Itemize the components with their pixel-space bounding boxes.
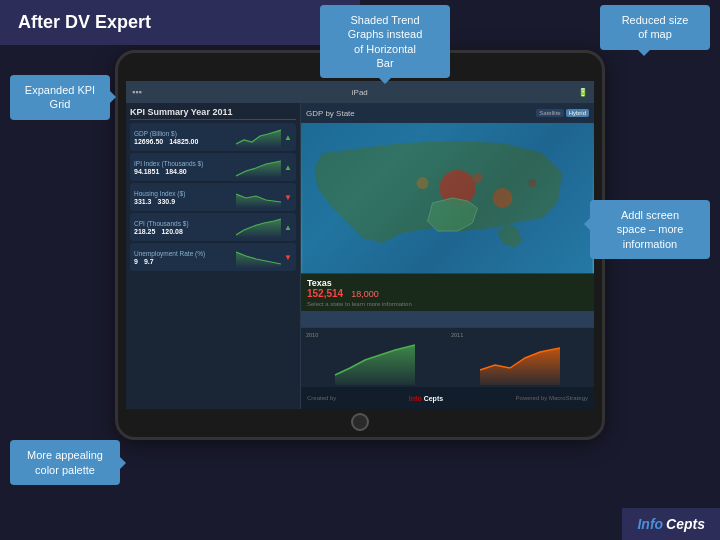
kpi-values: 94.1851 184.80	[134, 168, 233, 175]
trend-label-1: 2010	[306, 332, 318, 338]
map-visual	[301, 123, 594, 273]
ipad-label: iPad	[146, 88, 574, 97]
ipad-home-button[interactable]	[351, 413, 369, 431]
state-value-primary: 152,514	[307, 288, 343, 299]
kpi-arrow: ▼	[284, 253, 292, 262]
callout-trend: Shaded Trend Graphs instead of Horizonta…	[320, 5, 450, 78]
kpi-panel: KPI Summary Year 2011 GDP (Billion $) 12…	[126, 103, 301, 409]
kpi-name: IPI Index (Thousands $)	[134, 160, 233, 167]
svg-point-10	[417, 177, 429, 189]
kpi-val1: 218.25	[134, 228, 155, 235]
svg-point-12	[529, 179, 537, 187]
powered-by-label: Powered by MacroStrategy	[516, 395, 588, 401]
trend-label-2: 2011	[451, 332, 463, 338]
kpi-name: CPI (Thousands $)	[134, 220, 233, 227]
kpi-arrow: ▼	[284, 193, 292, 202]
kpi-label-area: IPI Index (Thousands $) 94.1851 184.80	[134, 160, 233, 175]
kpi-arrow: ▲	[284, 133, 292, 142]
kpi-values: 218.25 120.08	[134, 228, 233, 235]
kpi-arrow: ▲	[284, 163, 292, 172]
trend-chart-1: 2010	[303, 330, 447, 385]
svg-marker-14	[335, 345, 415, 385]
kpi-item: Unemployment Rate (%) 9 9.7 ▼	[130, 243, 296, 271]
kpi-val2: 14825.00	[169, 138, 198, 145]
kpi-val2: 120.08	[161, 228, 182, 235]
brand-logo: Info Cepts	[409, 395, 443, 402]
kpi-val2: 184.80	[165, 168, 186, 175]
kpi-name: GDP (Billion $)	[134, 130, 233, 137]
ipad-status-bar: ▪▪▪ iPad 🔋	[126, 81, 594, 103]
state-values: 152,514 18,000	[307, 288, 588, 299]
brand-name-cepts: Cepts	[424, 395, 443, 402]
ipad-content-area: KPI Summary Year 2011 GDP (Billion $) 12…	[126, 103, 594, 409]
map-header: GDP by State Satellite Hybrid	[301, 103, 594, 123]
logo-cepts-text: Cepts	[666, 516, 705, 532]
kpi-label-area: Housing Index ($) 331.3 330.9	[134, 190, 233, 205]
kpi-values: 12696.50 14825.00	[134, 138, 233, 145]
kpi-val1: 331.3	[134, 198, 152, 205]
map-panel: GDP by State Satellite Hybrid	[301, 103, 594, 409]
kpi-val1: 9	[134, 258, 138, 265]
kpi-item: GDP (Billion $) 12696.50 14825.00 ▲	[130, 123, 296, 151]
kpi-val2: 9.7	[144, 258, 154, 265]
sparkline-chart	[236, 186, 281, 208]
state-value-secondary: 18,000	[351, 289, 379, 299]
kpi-item: CPI (Thousands $) 218.25 120.08 ▲	[130, 213, 296, 241]
signal-icon: ▪▪▪	[132, 87, 142, 97]
brand-name-info: Info	[409, 395, 422, 402]
page-footer-logo: Info Cepts	[622, 508, 720, 540]
kpi-arrow: ▲	[284, 223, 292, 232]
kpi-name: Unemployment Rate (%)	[134, 250, 233, 257]
state-description: Select a state to learn more information	[307, 301, 588, 307]
sparkline-chart	[236, 246, 281, 268]
kpi-label-area: GDP (Billion $) 12696.50 14825.00	[134, 130, 233, 145]
kpi-values: 9 9.7	[134, 258, 233, 265]
kpi-label-area: Unemployment Rate (%) 9 9.7	[134, 250, 233, 265]
kpi-values: 331.3 330.9	[134, 198, 233, 205]
sparkline-chart	[236, 126, 281, 148]
kpi-item: Housing Index ($) 331.3 330.9 ▼	[130, 183, 296, 211]
map-tab-satellite[interactable]: Satellite	[536, 109, 563, 117]
battery-icon: 🔋	[578, 88, 588, 97]
callout-kpi: Expanded KPI Grid	[10, 75, 110, 120]
screen-bottom-bar: Created by Info Cepts Powered by MacroSt…	[301, 387, 594, 409]
callout-screen: Addl screen space – more information	[590, 200, 710, 259]
kpi-val1: 12696.50	[134, 138, 163, 145]
map-title: GDP by State	[306, 109, 355, 118]
created-by-label: Created by	[307, 395, 336, 401]
kpi-label-area: CPI (Thousands $) 218.25 120.08	[134, 220, 233, 235]
map-tab-hybrid[interactable]: Hybrid	[566, 109, 589, 117]
trend-chart-2: 2011	[448, 330, 592, 385]
svg-marker-1	[236, 161, 281, 178]
state-label: Texas	[307, 278, 588, 288]
trend-svg-2	[448, 330, 592, 385]
callout-color: More appealing color palette	[10, 440, 120, 485]
trend-svg-1	[303, 330, 447, 385]
callout-map: Reduced size of map	[600, 5, 710, 50]
map-tabs: Satellite Hybrid	[536, 109, 589, 117]
kpi-title: KPI Summary Year 2011	[130, 107, 296, 120]
kpi-name: Housing Index ($)	[134, 190, 233, 197]
logo-info-text: Info	[637, 516, 663, 532]
kpi-val2: 330.9	[158, 198, 176, 205]
ipad-device: ▪▪▪ iPad 🔋 KPI Summary Year 2011 GDP (Bi…	[115, 50, 605, 440]
kpi-item: IPI Index (Thousands $) 94.1851 184.80 ▲	[130, 153, 296, 181]
svg-point-11	[473, 173, 483, 183]
texas-info: Texas 152,514 18,000 Select a state to l…	[301, 273, 594, 311]
trend-charts-area: 2010 2011	[301, 327, 594, 387]
ipad-screen: ▪▪▪ iPad 🔋 KPI Summary Year 2011 GDP (Bi…	[126, 81, 594, 409]
kpi-val1: 94.1851	[134, 168, 159, 175]
sparkline-chart	[236, 216, 281, 238]
svg-point-9	[493, 188, 513, 208]
svg-marker-3	[236, 219, 281, 238]
sparkline-chart	[236, 156, 281, 178]
header-title: After DV Expert	[0, 0, 360, 45]
us-map-svg	[301, 123, 594, 273]
